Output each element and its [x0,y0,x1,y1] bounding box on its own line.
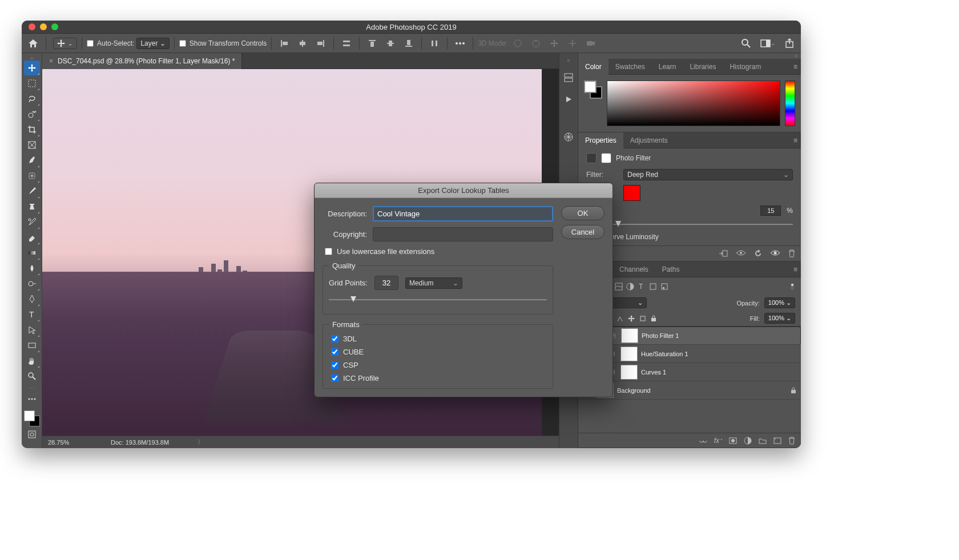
dodge-tool[interactable] [24,276,40,291]
layer-name[interactable]: Curves 1 [641,369,666,376]
panel-menu-icon[interactable]: ≡ [793,265,797,273]
lock-position-icon[interactable] [628,315,635,322]
tab-adjustments[interactable]: Adjustments [623,132,675,148]
filter-type-icon[interactable]: T [638,283,646,291]
healing-tool[interactable] [24,168,40,183]
document-tab[interactable]: × DSC_7044.psd @ 28.8% (Photo Filter 1, … [42,53,242,69]
align-right-icon[interactable] [313,36,329,51]
auto-select-checkbox[interactable]: Auto-Select: [87,39,134,47]
panel-menu-icon[interactable]: ≡ [793,63,797,71]
frame-tool[interactable] [24,138,40,152]
collapsed-actions-icon[interactable] [561,92,576,107]
tab-color[interactable]: Color [578,59,609,75]
align-left-icon[interactable] [276,36,292,51]
share-icon[interactable] [781,36,797,51]
color-swatches[interactable] [24,410,40,426]
align-top-icon[interactable] [364,36,380,51]
gradient-tool[interactable] [24,245,40,260]
close-tab-icon[interactable]: × [49,57,53,65]
panel-menu-icon[interactable]: ≡ [793,136,797,144]
filter-pixel-icon[interactable] [615,283,623,291]
layer-name[interactable]: Background [617,387,651,394]
fg-bg-swatch[interactable] [584,80,602,99]
window-close-button[interactable] [29,23,35,30]
link-layers-icon[interactable] [699,438,707,444]
format-cube-checkbox[interactable]: CUBE [331,348,547,356]
format-csp-checkbox[interactable]: CSP [331,361,547,369]
edit-toolbar-icon[interactable] [24,392,40,406]
marquee-tool[interactable] [24,76,40,91]
eyedropper-tool[interactable] [24,153,40,168]
new-group-icon[interactable] [759,437,767,444]
preserve-luminosity-checkbox[interactable]: Preserve Luminosity [586,233,793,241]
align-bottom-icon[interactable] [401,36,417,51]
pen-tool[interactable] [24,292,40,307]
clone-stamp-tool[interactable] [24,199,40,214]
filter-toggle-icon[interactable] [789,283,795,291]
grid-preset-select[interactable]: Medium ⌄ [405,277,462,289]
filter-shape-icon[interactable] [649,283,657,291]
history-brush-tool[interactable] [24,215,40,229]
zoom-tool[interactable] [24,369,40,384]
copyright-input[interactable] [373,227,553,241]
description-input[interactable] [373,206,553,221]
crop-tool[interactable] [24,122,40,137]
new-adjustment-icon[interactable] [744,437,752,445]
fill-input[interactable]: 100% ⌄ [764,313,795,324]
tab-learn[interactable]: Learn [652,59,683,75]
layer-name[interactable]: Photo Filter 1 [642,332,679,339]
grid-points-slider[interactable] [329,296,547,304]
add-mask-icon[interactable] [729,437,737,444]
move-tool[interactable] [24,61,40,75]
cancel-button[interactable]: Cancel [561,225,605,239]
type-tool[interactable]: T [24,307,40,322]
tab-paths[interactable]: Paths [655,261,687,277]
clip-to-layer-icon[interactable] [719,249,728,257]
screen-mode-icon[interactable]: ⌄ [760,36,776,51]
layer-mask-thumb[interactable] [620,365,638,380]
filter-smart-icon[interactable] [660,283,668,291]
quick-select-tool[interactable] [24,107,40,122]
path-select-tool[interactable] [24,323,40,337]
delete-layer-icon[interactable] [788,437,795,445]
filter-color-chip[interactable] [623,185,640,201]
hue-strip[interactable] [785,80,795,126]
grid-points-input[interactable] [374,276,398,290]
density-input[interactable] [760,206,781,216]
tab-histogram[interactable]: Histogram [723,59,768,75]
move-tool-toggle[interactable]: ⌄ [53,38,77,49]
more-options-icon[interactable] [452,36,468,51]
layer-name[interactable]: Hue/Saturation 1 [641,350,688,357]
lock-all-icon[interactable] [651,315,656,322]
format-3dl-checkbox[interactable]: 3DL [331,335,547,343]
reset-icon[interactable] [754,249,762,257]
window-minimize-button[interactable] [40,23,47,30]
layer-mask-thumb[interactable] [620,347,638,361]
color-field[interactable] [607,80,780,126]
align-center-h-icon[interactable] [295,36,311,51]
lock-image-icon[interactable] [616,315,623,322]
eraser-tool[interactable] [24,230,40,245]
lock-artboard-icon[interactable] [639,315,646,322]
tab-swatches[interactable]: Swatches [609,59,652,75]
opacity-input[interactable]: 100% ⌄ [764,297,795,308]
fx-icon[interactable]: fx˅ [714,437,722,445]
collapsed-navigator-icon[interactable] [561,130,576,144]
show-transform-checkbox[interactable]: Show Transform Controls [179,39,267,47]
tab-libraries[interactable]: Libraries [683,59,723,75]
auto-select-target[interactable]: Layer ⌄ [136,38,169,49]
filter-select[interactable]: Deep Red⌄ [623,169,793,180]
tab-channels[interactable]: Channels [613,261,655,277]
collapsed-history-icon[interactable] [561,70,576,85]
new-layer-icon[interactable] [773,437,781,444]
visibility-icon[interactable] [770,249,780,257]
blur-tool[interactable] [24,261,40,276]
brush-tool[interactable] [24,184,40,199]
doc-info[interactable]: Doc: 193.8M/193.8M [111,439,169,446]
align-center-v-icon[interactable] [382,36,398,51]
align-more-icon[interactable] [426,36,442,51]
lowercase-checkbox[interactable]: Use lowercase file extensions [325,247,553,256]
filter-adjust-icon[interactable] [626,283,634,291]
zoom-level[interactable]: 28.75% [48,439,82,446]
ok-button[interactable]: OK [561,206,605,220]
